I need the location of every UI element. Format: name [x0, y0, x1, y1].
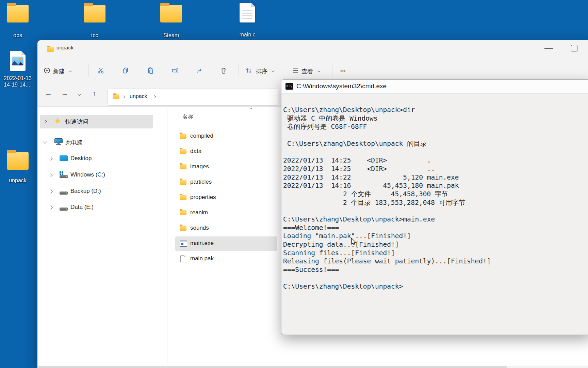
file-name: main.pak: [190, 255, 214, 262]
file-row-compiled[interactable]: compiled: [175, 129, 277, 143]
toolbar-divider: [88, 64, 89, 77]
sort-ascending-icon[interactable]: [249, 108, 252, 110]
image-file-icon: [10, 51, 26, 71]
cmd-line: [283, 207, 588, 215]
folder-icon: [7, 5, 29, 22]
desktop-icon-unpack[interactable]: unpack: [1, 150, 35, 184]
breadcrumb-chevron-icon[interactable]: [153, 95, 156, 98]
expand-chevron-icon[interactable]: [49, 157, 52, 160]
folder-icon: [180, 195, 186, 200]
cmd-line: 2022/01/13 14:22 5,120 main.exe: [283, 173, 588, 182]
sidebar-item-data-e[interactable]: Data (E:): [37, 201, 167, 214]
breadcrumb-item[interactable]: unpack: [130, 93, 147, 99]
horizontal-scrollbar[interactable]: [37, 366, 588, 368]
rename-icon[interactable]: [172, 67, 178, 74]
file-row-particles[interactable]: particles: [175, 175, 277, 189]
file-row-reanim[interactable]: reanim: [175, 206, 277, 220]
cmd-line: Decrypting data...[Finished!]: [283, 241, 588, 249]
more-options-button[interactable]: •••: [340, 68, 346, 74]
view-icon[interactable]: [292, 67, 299, 74]
delete-icon[interactable]: [220, 67, 227, 74]
desktop-icon-label: main.c: [230, 31, 264, 38]
desktop-icon-main-c[interactable]: main.c: [230, 3, 264, 38]
history-chevron-icon[interactable]: [78, 93, 81, 96]
cmd-line: 卷的序列号是 C68F-68FF: [283, 123, 588, 131]
document-icon: [240, 3, 255, 22]
desktop-icon-tcc[interactable]: tcc: [78, 3, 112, 39]
view-chevron-icon[interactable]: [317, 70, 320, 72]
cmd-line: [283, 274, 588, 283]
cmd-titlebar[interactable]: C:\ C:\Windows\system32\cmd.exe: [281, 80, 588, 94]
file-row-sounds[interactable]: sounds: [175, 221, 277, 235]
up-icon[interactable]: ↑: [93, 89, 96, 97]
sort-chevron-icon[interactable]: [272, 70, 275, 72]
tab-title: unpack: [56, 45, 74, 51]
executable-icon: [180, 241, 187, 247]
forward-icon[interactable]: →: [61, 89, 68, 97]
name-column-header[interactable]: 名称: [182, 113, 193, 121]
breadcrumb-chevron-icon[interactable]: [122, 95, 125, 98]
file-row-data[interactable]: data: [175, 144, 277, 159]
toolbar-divider: [332, 64, 332, 77]
desktop: obs tcc Steam main.c 2022-01-13 14-19-14…: [0, 0, 588, 368]
cut-icon[interactable]: [97, 67, 104, 74]
sidebar-item-quick-access[interactable]: ★ 快速访问: [37, 115, 167, 128]
file-name: compiled: [190, 133, 213, 139]
toolbar-divider: [239, 64, 239, 77]
file-row-main-pak[interactable]: main.pak: [175, 252, 277, 266]
expand-chevron-icon[interactable]: [49, 173, 52, 177]
sort-icon[interactable]: [245, 67, 252, 74]
desktop-icon-steam[interactable]: Steam: [154, 3, 188, 39]
view-button[interactable]: 查看: [301, 67, 313, 75]
folder-icon: [160, 5, 182, 22]
expand-chevron-icon[interactable]: [49, 189, 52, 193]
cmd-line: Scanning files...[Finished!]: [283, 249, 588, 258]
sidebar-item-this-pc[interactable]: 此电脑: [37, 136, 167, 149]
cmd-line: [283, 131, 588, 140]
folder-icon: [180, 210, 186, 215]
file-row-main-exe[interactable]: main.exe: [175, 236, 277, 251]
cmd-line: 2 个文件 45,458,300 字节: [283, 190, 588, 199]
sidebar-item-label: 此电脑: [65, 139, 83, 147]
cmd-line: 2 个目录 183,553,282,048 可用字节: [283, 199, 588, 207]
address-bar[interactable]: unpack: [108, 89, 278, 106]
desktop-icon-label: 2022-01-13 14-19-14....: [1, 75, 35, 88]
maximize-button[interactable]: [571, 45, 577, 51]
minimize-button[interactable]: [544, 48, 553, 49]
folder-icon: [84, 5, 105, 22]
expand-chevron-icon[interactable]: [49, 205, 52, 209]
desktop-icon-obs[interactable]: obs: [1, 3, 35, 39]
cmd-line: C:\Users\zhang\Desktop\unpack>: [283, 282, 588, 291]
sidebar-item-windows-c[interactable]: Windows (C:): [37, 168, 167, 182]
folder-icon: [180, 134, 186, 139]
cmd-line: ===Welcome!===: [283, 224, 588, 232]
cmd-output[interactable]: C:\Users\zhang\Desktop\unpack>dir 驱动器 C …: [281, 94, 588, 335]
file-row-properties[interactable]: properties: [175, 190, 277, 205]
file-icon: [180, 255, 186, 262]
drive-icon: [60, 188, 68, 195]
back-icon[interactable]: ←: [45, 89, 52, 97]
sidebar-item-desktop[interactable]: Desktop: [37, 152, 167, 166]
sort-button[interactable]: 排序: [256, 67, 267, 75]
sidebar-item-label: Windows (C:): [70, 171, 105, 178]
desktop-icon-screenshot[interactable]: 2022-01-13 14-19-14....: [1, 51, 35, 88]
share-icon[interactable]: [196, 67, 203, 74]
scrollbar-thumb[interactable]: [38, 366, 507, 368]
cmd-line: C:\Users\zhang\Desktop\unpack>main.exe: [283, 215, 588, 224]
paste-icon[interactable]: [147, 67, 154, 74]
copy-icon[interactable]: [122, 67, 129, 74]
breadcrumb-folder-icon: [113, 94, 119, 99]
desktop-icon-label: obs: [1, 32, 35, 39]
file-list-pane: 名称 compiled data images particles proper…: [174, 107, 283, 365]
new-chevron-icon[interactable]: [69, 70, 72, 72]
file-row-images[interactable]: images: [175, 160, 277, 174]
cmd-line: [283, 148, 588, 156]
folder-icon: [180, 164, 186, 169]
tab-folder-icon: [47, 47, 54, 52]
pane-divider[interactable]: [167, 108, 167, 365]
sidebar-item-backup-d[interactable]: Backup (D:): [37, 185, 167, 198]
desktop-icon-label: unpack: [1, 177, 35, 184]
new-icon[interactable]: [44, 67, 50, 74]
collapse-chevron-icon[interactable]: [43, 140, 47, 143]
new-button[interactable]: 新建: [53, 67, 65, 75]
